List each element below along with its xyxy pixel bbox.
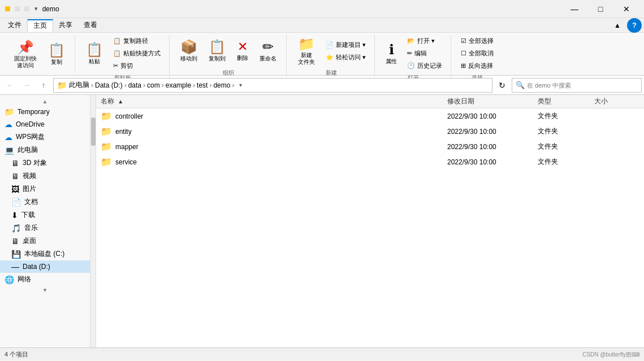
file-date-cell: 2022/9/30 10:00 — [447, 143, 538, 151]
search-box[interactable]: 🔍 — [512, 78, 642, 93]
sidebar-item-pictures[interactable]: 🖼 图片 — [0, 182, 90, 195]
copy-path-icon: 📋 — [113, 37, 121, 45]
help-button[interactable]: ? — [627, 18, 642, 33]
sidebar-item-network[interactable]: 🌐 网络 — [0, 273, 90, 286]
breadcrumb-segment-0[interactable]: 此电脑 — [69, 80, 89, 90]
sidebar-item-music[interactable]: 🎵 音乐 — [0, 221, 90, 234]
paste-shortcut-button[interactable]: 📋 粘贴快捷方式 — [109, 47, 165, 59]
copy-icon: 📋 — [48, 42, 65, 58]
copy-path-button[interactable]: 📋 复制路径 — [109, 35, 165, 47]
new-item-button[interactable]: 📄 新建项目 ▾ — [322, 39, 370, 51]
forward-button[interactable]: → — [19, 78, 34, 93]
sidebar-scroll-thumb — [91, 118, 96, 146]
sidebar-item-onedrive[interactable]: ☁ OneDrive — [0, 118, 90, 131]
refresh-button[interactable]: ↻ — [495, 78, 509, 93]
col-date-header[interactable]: 修改日期 — [447, 97, 538, 106]
edit-button[interactable]: ✏ 编辑 — [403, 47, 446, 59]
ribbon-collapse-button[interactable]: ▲ — [610, 18, 625, 33]
deselect-all-label: 全部取消 — [469, 49, 494, 58]
search-input[interactable] — [527, 82, 638, 89]
move-to-icon: 📦 — [180, 39, 197, 55]
open-col: 📂 打开 ▾ ✏ 编辑 🕐 历史记录 — [403, 35, 446, 72]
ribbon-group-open: ℹ 属性 📂 打开 ▾ ✏ 编辑 🕐 历史记录 打开 — [376, 35, 451, 82]
sidebar-label-music: 音乐 — [24, 223, 38, 233]
window-icon-white1: ■ — [14, 3, 20, 15]
ribbon-group-select: ☑ 全部选择 ☐ 全部取消 ⊞ 反向选择 选择 — [452, 35, 502, 82]
breadcrumb-segment-2[interactable]: data — [128, 81, 141, 89]
address-bar: ← → ↑ 📁 此电脑 › Data (D:) › data › com › e… — [0, 76, 644, 95]
breadcrumb-segment-5[interactable]: test — [197, 81, 208, 89]
minimize-button[interactable]: — — [561, 0, 587, 18]
sidebar-item-downloads[interactable]: ⬇ 下载 — [0, 208, 90, 221]
address-path[interactable]: 📁 此电脑 › Data (D:) › data › com › example… — [53, 78, 492, 93]
invert-selection-button[interactable]: ⊞ 反向选择 — [457, 60, 498, 72]
col-type-header[interactable]: 类型 — [538, 97, 594, 106]
breadcrumb-segment-4[interactable]: example — [166, 81, 191, 89]
title-dropdown-arrow[interactable]: ▾ — [34, 5, 38, 12]
easy-access-button[interactable]: ⭐ 轻松访问 ▾ — [322, 51, 370, 63]
sidebar-item-documents[interactable]: 📄 文档 — [0, 195, 90, 208]
pin-to-quick-access-button[interactable]: 📌 固定到快速访问 — [9, 38, 42, 70]
scroll-up-indicator[interactable]: ▲ — [0, 97, 90, 106]
sidebar-item-wps[interactable]: ☁ WPS网盘 — [0, 131, 90, 143]
sidebar-item-thispc[interactable]: 💻 此电脑 — [0, 143, 90, 156]
sidebar-label-thispc: 此电脑 — [18, 145, 38, 155]
open-button[interactable]: 📂 打开 ▾ — [403, 35, 446, 47]
table-row[interactable]: 📁 entity 2022/9/30 10:00 文件夹 — [96, 124, 644, 139]
sidebar-label-video: 视频 — [23, 171, 36, 181]
history-button[interactable]: 🕐 历史记录 — [403, 60, 446, 72]
sidebar-item-local-c[interactable]: 💾 本地磁盘 (C:) — [0, 247, 90, 260]
maximize-button[interactable]: □ — [587, 0, 613, 18]
address-dropdown-arrow[interactable]: ▾ — [236, 82, 245, 88]
close-button[interactable]: ✕ — [613, 0, 639, 18]
back-button[interactable]: ← — [2, 78, 17, 93]
delete-icon: ✕ — [237, 40, 248, 54]
col-name-header[interactable]: 名称 ▲ — [101, 97, 447, 106]
cut-button[interactable]: ✂ 剪切 — [109, 60, 165, 72]
breadcrumb-segment-6[interactable]: demo — [213, 81, 230, 89]
copy-to-button[interactable]: 📋 复制到 — [204, 35, 231, 67]
sidebar-item-temporary[interactable]: 📁 Temporary — [0, 106, 90, 118]
sidebar-label-pictures: 图片 — [23, 184, 36, 194]
sidebar-item-3d[interactable]: 🖥 3D 对象 — [0, 156, 90, 169]
rename-button[interactable]: ✏ 重命名 — [254, 35, 282, 67]
select-all-button[interactable]: ☑ 全部选择 — [457, 35, 498, 47]
table-row[interactable]: 📁 mapper 2022/9/30 10:00 文件夹 — [96, 139, 644, 154]
sort-arrow: ▲ — [118, 98, 123, 105]
watermark: CSDN @butterfly图⌨ — [582, 351, 639, 359]
deselect-all-button[interactable]: ☐ 全部取消 — [457, 47, 498, 59]
sidebar-label-3d: 3D 对象 — [23, 158, 47, 168]
paste-button[interactable]: 📋 粘贴 — [81, 38, 108, 69]
scroll-down-indicator[interactable]: ▼ — [0, 286, 90, 294]
copy-button[interactable]: 📋 复制 — [43, 38, 70, 70]
new-folder-button[interactable]: 📁 新建文件夹 — [292, 35, 321, 67]
sidebar-item-video[interactable]: 🖥 视频 — [0, 169, 90, 182]
properties-button[interactable]: ℹ 属性 — [381, 38, 402, 69]
sidebar-item-data-d[interactable]: — Data (D:) — [0, 260, 90, 273]
edit-label: 编辑 — [414, 49, 427, 58]
select-buttons: ☑ 全部选择 ☐ 全部取消 ⊞ 反向选择 — [457, 35, 498, 72]
move-to-button[interactable]: 📦 移动到 — [175, 35, 202, 67]
onedrive-icon: ☁ — [5, 120, 12, 129]
menu-home[interactable]: 主页 — [27, 19, 53, 32]
menu-share[interactable]: 共享 — [53, 19, 78, 32]
documents-icon: 📄 — [11, 198, 21, 207]
col-size-header[interactable]: 大小 — [594, 97, 639, 106]
menu-view[interactable]: 查看 — [78, 19, 103, 32]
delete-button[interactable]: ✕ 删除 — [232, 35, 253, 67]
file-date-cell: 2022/9/30 10:00 — [447, 158, 538, 166]
sidebar-label-downloads: 下载 — [21, 210, 35, 220]
table-row[interactable]: 📁 controller 2022/9/30 10:00 文件夹 — [96, 108, 644, 124]
status-bar: 4 个项目 CSDN @butterfly图⌨ — [0, 347, 644, 361]
breadcrumb-segment-3[interactable]: com — [147, 81, 160, 89]
up-button[interactable]: ↑ — [36, 78, 51, 93]
music-icon: 🎵 — [11, 224, 21, 233]
item-count: 4 个项目 — [5, 350, 28, 359]
sidebar-item-desktop[interactable]: 🖥 桌面 — [0, 234, 90, 247]
breadcrumb-segment-1[interactable]: Data (D:) — [95, 81, 123, 89]
window-title: demo — [42, 5, 59, 13]
menu-file[interactable]: 文件 — [2, 19, 27, 32]
pin-label: 固定到快速访问 — [14, 55, 37, 69]
table-row[interactable]: 📁 service 2022/9/30 10:00 文件夹 — [96, 154, 644, 169]
sidebar-scrollbar[interactable] — [90, 95, 96, 347]
